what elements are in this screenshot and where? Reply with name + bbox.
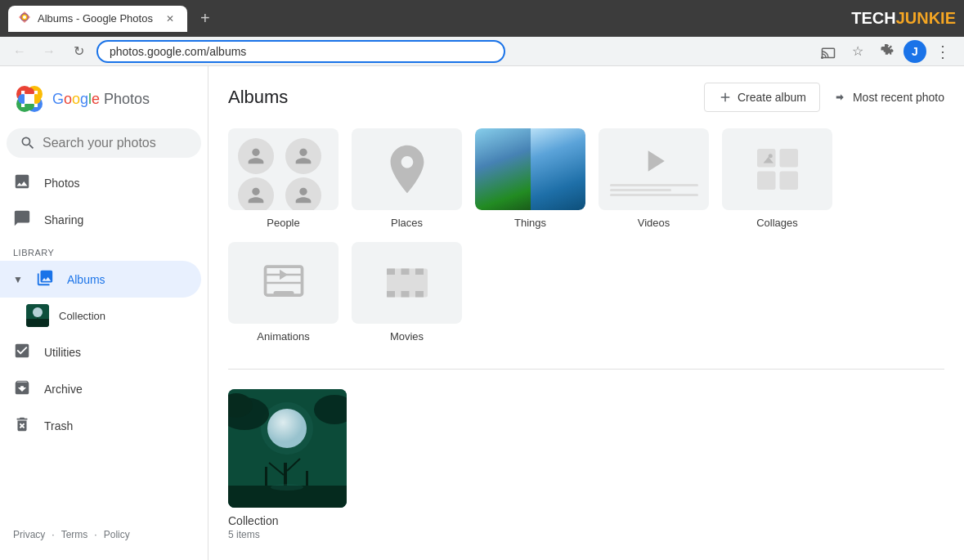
- svg-point-18: [33, 307, 43, 317]
- album-card-people[interactable]: People: [228, 128, 339, 229]
- album-card-collages[interactable]: Collages: [722, 128, 832, 229]
- user-albums: Collection 5 items: [228, 389, 944, 540]
- privacy-link[interactable]: Privacy: [13, 529, 45, 540]
- search-bar[interactable]: [7, 128, 201, 158]
- tab-title: Albums - Google Photos: [38, 12, 153, 25]
- tab-close-icon[interactable]: ✕: [163, 11, 177, 26]
- google-photos-logo[interactable]: Google Photos: [0, 73, 208, 125]
- techjunkie-logo: TECHJUNKIE: [851, 9, 956, 28]
- sharing-label: Sharing: [44, 213, 83, 226]
- most-recent-label: Most recent photo: [853, 91, 944, 104]
- cast-icon[interactable]: [815, 38, 841, 65]
- tab-favicon: [18, 11, 31, 26]
- collection-album-name: Collection: [228, 514, 347, 527]
- svg-point-25: [768, 154, 772, 158]
- svg-point-6: [822, 56, 823, 58]
- sharing-icon: [13, 209, 31, 230]
- most-recent-button[interactable]: Most recent photo: [833, 90, 944, 105]
- svg-rect-29: [387, 269, 395, 276]
- main-content: Albums Create album Most recent photo: [208, 66, 964, 560]
- extensions-icon[interactable]: [874, 38, 900, 65]
- album-name-places: Places: [391, 217, 423, 229]
- svg-rect-22: [779, 149, 798, 168]
- browser-chrome: Albums - Google Photos ✕ + TECHJUNKIE: [0, 0, 964, 37]
- trash-icon: [13, 415, 31, 436]
- bookmark-icon[interactable]: ☆: [845, 38, 871, 65]
- menu-icon[interactable]: ⋮: [930, 38, 956, 65]
- svg-rect-31: [415, 269, 424, 276]
- album-name-people: People: [267, 217, 299, 229]
- utilities-icon: [13, 342, 31, 362]
- page-title: Albums: [228, 87, 288, 108]
- collection-label: Collection: [59, 310, 105, 322]
- new-tab-button[interactable]: +: [194, 7, 217, 30]
- terms-link[interactable]: Terms: [61, 529, 88, 540]
- albums-icon: [36, 269, 54, 289]
- sidebar-item-archive[interactable]: Archive: [0, 370, 201, 407]
- svg-point-38: [267, 409, 307, 448]
- svg-rect-33: [401, 291, 409, 298]
- library-header: LIBRARY: [0, 238, 208, 261]
- forward-button[interactable]: →: [38, 40, 61, 63]
- svg-rect-21: [757, 149, 776, 168]
- archive-icon: [13, 379, 31, 399]
- sidebar-item-photos[interactable]: Photos: [0, 164, 201, 201]
- albums-label: Albums: [67, 273, 105, 286]
- sidebar-item-collection[interactable]: Collection: [0, 298, 201, 334]
- svg-point-46: [271, 484, 303, 491]
- collection-album-count: 5 items: [228, 529, 347, 540]
- address-input[interactable]: [96, 40, 505, 63]
- sidebar: Google Photos Photos Sharing LIBRARY: [0, 66, 208, 560]
- user-avatar[interactable]: J: [903, 40, 926, 63]
- create-album-button[interactable]: Create album: [704, 83, 820, 112]
- utilities-label: Utilities: [44, 346, 81, 359]
- sidebar-footer: Privacy · Terms · Policy: [0, 516, 208, 553]
- photos-icon: [13, 172, 31, 193]
- album-card-movies[interactable]: Movies: [352, 242, 462, 343]
- svg-rect-30: [401, 269, 409, 276]
- browser-tab[interactable]: Albums - Google Photos ✕: [8, 6, 187, 32]
- policy-link[interactable]: Policy: [104, 529, 130, 540]
- svg-rect-26: [265, 267, 302, 295]
- svg-rect-27: [273, 291, 294, 295]
- create-album-label: Create album: [738, 91, 806, 104]
- reload-button[interactable]: ↻: [67, 40, 90, 63]
- back-button[interactable]: ←: [8, 40, 31, 63]
- collection-thumb: [26, 304, 49, 327]
- search-input[interactable]: [43, 136, 188, 150]
- logo-text: Google Photos: [52, 91, 150, 108]
- album-card-videos[interactable]: Videos: [599, 128, 709, 229]
- address-bar: ← → ↻ ☆ J ⋮: [0, 37, 964, 66]
- svg-rect-34: [415, 291, 424, 298]
- album-card-things[interactable]: Things: [475, 128, 585, 229]
- svg-rect-24: [779, 172, 798, 190]
- svg-rect-32: [387, 291, 395, 298]
- album-name-animations: Animations: [257, 330, 309, 343]
- album-name-videos: Videos: [638, 217, 670, 229]
- album-card-places[interactable]: Places: [352, 128, 462, 229]
- svg-rect-16: [25, 94, 34, 104]
- sidebar-item-trash[interactable]: Trash: [0, 407, 201, 444]
- album-name-movies: Movies: [390, 330, 424, 343]
- photos-label: Photos: [44, 177, 80, 190]
- archive-label: Archive: [44, 383, 83, 396]
- search-icon: [20, 135, 36, 151]
- album-name-things: Things: [514, 217, 546, 229]
- sidebar-item-utilities[interactable]: Utilities: [0, 334, 201, 370]
- collection-album-card[interactable]: Collection 5 items: [228, 389, 347, 540]
- collection-album-thumb: [228, 389, 347, 508]
- main-header: Albums Create album Most recent photo: [228, 83, 944, 112]
- trash-label: Trash: [44, 419, 73, 432]
- sidebar-item-sharing[interactable]: Sharing: [0, 201, 201, 238]
- svg-rect-23: [757, 172, 776, 190]
- albums-expand-arrow: ▼: [13, 274, 23, 285]
- album-categories: People Places Things: [228, 128, 944, 343]
- svg-point-4: [23, 16, 26, 19]
- album-name-collages: Collages: [756, 217, 798, 229]
- album-card-animations[interactable]: Animations: [228, 242, 339, 343]
- sidebar-item-albums[interactable]: ▼ Albums: [0, 261, 201, 298]
